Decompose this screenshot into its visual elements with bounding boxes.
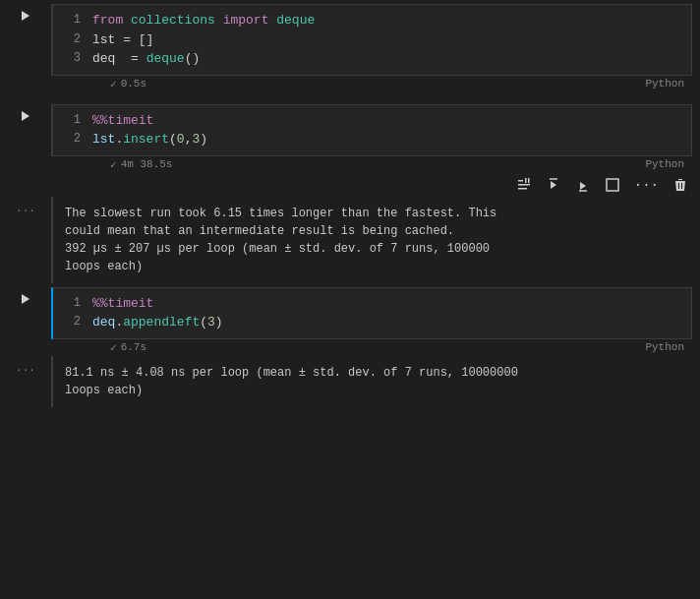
code-token: import: [215, 13, 276, 28]
code-token: appendleft: [123, 315, 200, 329]
svg-marker-0: [22, 11, 29, 21]
run-button-3[interactable]: [16, 289, 35, 309]
code-token: %%timeit: [92, 113, 153, 128]
code-line-1-1: 1from collections import deque: [53, 11, 691, 30]
code-cell-3[interactable]: 1%%timeit2deq.appendleft(3): [51, 287, 692, 339]
code-token: deq: [92, 315, 115, 329]
code-line-2-2: 2lst.insert(0,3): [53, 130, 691, 150]
code-content-3-2: deq.appendleft(3): [92, 313, 683, 332]
run-above-icon[interactable]: [542, 175, 565, 195]
code-token: deq: [92, 51, 115, 66]
code-cell-1[interactable]: 1from collections import deque2lst = []3…: [51, 4, 692, 76]
code-content-1-2: lst = []: [92, 30, 683, 50]
output-gutter-2: ···: [0, 197, 51, 283]
check-icon-1: ✓: [110, 78, 117, 90]
svg-marker-12: [22, 294, 29, 304]
cell-wrapper-2: 1%%timeit2lst.insert(0,3)✓4m 38.5sPython: [0, 100, 700, 173]
svg-marker-7: [551, 181, 556, 189]
code-token: lst: [92, 132, 115, 147]
run-button-2[interactable]: [16, 106, 35, 126]
code-line-3-1: 1%%timeit: [53, 294, 691, 314]
code-token: 3: [207, 315, 215, 329]
lang-label-1: Python: [645, 78, 684, 90]
cell-body-2: 1%%timeit2lst.insert(0,3)✓4m 38.5sPython: [51, 100, 700, 173]
cell-gutter-2: [0, 100, 51, 173]
code-token: (: [169, 132, 177, 147]
line-num-1-3: 3: [61, 49, 81, 69]
svg-rect-5: [525, 178, 527, 183]
delete-icon[interactable]: [669, 175, 692, 195]
svg-marker-1: [22, 111, 29, 121]
notebook: 1from collections import deque2lst = []3…: [0, 0, 700, 407]
lang-label-2: Python: [645, 158, 684, 170]
code-token: lst: [92, 32, 115, 47]
status-time-1: 0.5s: [121, 78, 146, 90]
line-num-3-1: 1: [61, 294, 81, 314]
code-token: =: [115, 32, 138, 47]
check-icon-3: ✓: [110, 341, 117, 354]
code-line-1-3: 3deq = deque(): [53, 49, 691, 69]
cell-body-3: 1%%timeit2deq.appendleft(3)✓6.7sPython: [51, 283, 700, 356]
code-content-2-2: lst.insert(0,3): [92, 130, 683, 150]
line-num-1-1: 1: [61, 11, 81, 30]
cell-body-1: 1from collections import deque2lst = []3…: [51, 0, 700, 92]
line-num-3-2: 2: [61, 313, 81, 332]
output-body-2: The slowest run took 6.15 times longer t…: [51, 197, 692, 283]
code-token: collections: [131, 13, 215, 28]
code-token: (: [200, 315, 207, 329]
toolbar-2: ···: [0, 173, 700, 197]
check-icon-2: ✓: [110, 158, 117, 171]
output-wrapper-2: ···The slowest run took 6.15 times longe…: [0, 197, 700, 283]
code-token: deque: [146, 51, 185, 66]
output-gutter-3: ···: [0, 356, 51, 407]
svg-rect-4: [518, 188, 527, 190]
code-token: from: [92, 13, 131, 28]
run-button-1[interactable]: [16, 6, 35, 26]
status-time-2: 4m 38.5s: [121, 158, 173, 170]
code-token: ): [215, 315, 223, 329]
code-token: 0: [177, 132, 185, 147]
code-token: []: [139, 32, 154, 47]
expand-icon[interactable]: [601, 175, 624, 195]
line-num-2-2: 2: [61, 130, 81, 150]
code-content-2-1: %%timeit: [92, 111, 683, 131]
line-num-1-2: 2: [61, 30, 81, 50]
status-row-1: ✓0.5sPython: [102, 76, 692, 92]
svg-marker-9: [580, 182, 586, 190]
lang-label-3: Python: [645, 341, 684, 353]
svg-rect-3: [518, 184, 530, 186]
cell-gutter-1: [0, 0, 51, 92]
output-body-3: 81.1 ns ± 4.08 ns per loop (mean ± std. …: [51, 356, 692, 407]
cell-wrapper-3: 1%%timeit2deq.appendleft(3)✓6.7sPython: [0, 283, 700, 356]
code-token: %%timeit: [92, 296, 153, 311]
svg-rect-2: [518, 180, 523, 182]
code-line-1-2: 2lst = []: [53, 30, 691, 50]
run-below-icon[interactable]: [571, 175, 595, 195]
svg-rect-6: [528, 178, 530, 183]
status-row-2: ✓4m 38.5sPython: [102, 156, 692, 173]
code-token: =: [115, 51, 146, 66]
code-line-2-1: 1%%timeit: [53, 111, 691, 131]
format-icon[interactable]: [512, 175, 536, 195]
code-content-1-1: from collections import deque: [92, 11, 683, 30]
code-content-3-1: %%timeit: [92, 294, 683, 314]
code-token: insert: [123, 132, 169, 147]
cell-gutter-3: [0, 283, 51, 356]
code-cell-2[interactable]: 1%%timeit2lst.insert(0,3): [51, 104, 692, 156]
code-content-1-3: deq = deque(): [92, 49, 683, 69]
cell-wrapper-1: 1from collections import deque2lst = []3…: [0, 0, 700, 92]
code-line-3-2: 2deq.appendleft(3): [53, 313, 691, 332]
line-num-2-1: 1: [61, 111, 81, 131]
more-icon[interactable]: ···: [630, 175, 663, 195]
svg-rect-11: [607, 179, 618, 191]
output-wrapper-3: ···81.1 ns ± 4.08 ns per loop (mean ± st…: [0, 356, 700, 407]
code-token: deque: [276, 13, 315, 28]
status-row-3: ✓6.7sPython: [102, 339, 692, 356]
code-token: (): [185, 51, 201, 66]
status-time-3: 6.7s: [121, 341, 146, 353]
code-token: ): [200, 132, 207, 147]
